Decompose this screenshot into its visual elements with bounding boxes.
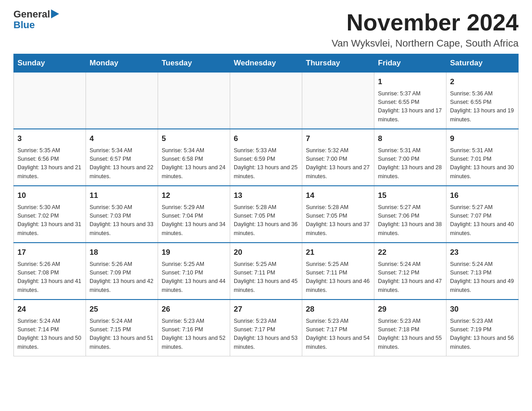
day-number: 14 — [306, 190, 370, 201]
header-tuesday: Tuesday — [158, 54, 230, 73]
day-cell: 27Sunrise: 5:23 AM Sunset: 7:17 PM Dayli… — [230, 300, 302, 356]
day-number: 11 — [90, 190, 154, 201]
day-cell — [158, 73, 230, 129]
day-number: 8 — [378, 133, 442, 145]
day-cell: 4Sunrise: 5:34 AM Sunset: 6:57 PM Daylig… — [86, 129, 158, 186]
week-row-3: 10Sunrise: 5:30 AM Sunset: 7:02 PM Dayli… — [14, 186, 519, 243]
day-info: Sunrise: 5:30 AM Sunset: 7:03 PM Dayligh… — [90, 203, 154, 238]
calendar: Sunday Monday Tuesday Wednesday Thursday… — [13, 54, 519, 356]
day-cell: 5Sunrise: 5:34 AM Sunset: 6:58 PM Daylig… — [158, 129, 230, 186]
day-info: Sunrise: 5:23 AM Sunset: 7:19 PM Dayligh… — [450, 317, 515, 352]
day-cell: 18Sunrise: 5:26 AM Sunset: 7:09 PM Dayli… — [86, 243, 158, 300]
day-info: Sunrise: 5:28 AM Sunset: 7:05 PM Dayligh… — [306, 203, 370, 238]
header: General Blue November 2024 Van Wyksvlei,… — [13, 9, 519, 49]
location-title: Van Wyksvlei, Northern Cape, South Afric… — [331, 38, 519, 49]
day-cell: 8Sunrise: 5:31 AM Sunset: 7:00 PM Daylig… — [374, 129, 446, 186]
day-number: 12 — [162, 190, 226, 201]
day-cell — [86, 73, 158, 129]
day-info: Sunrise: 5:23 AM Sunset: 7:17 PM Dayligh… — [306, 317, 370, 352]
day-number: 28 — [306, 304, 370, 315]
day-info: Sunrise: 5:33 AM Sunset: 6:59 PM Dayligh… — [234, 146, 298, 181]
day-info: Sunrise: 5:34 AM Sunset: 6:57 PM Dayligh… — [90, 146, 154, 181]
day-info: Sunrise: 5:24 AM Sunset: 7:12 PM Dayligh… — [378, 260, 442, 295]
day-number: 20 — [234, 247, 298, 258]
header-monday: Monday — [86, 54, 158, 73]
day-cell: 20Sunrise: 5:25 AM Sunset: 7:11 PM Dayli… — [230, 243, 302, 300]
day-cell: 22Sunrise: 5:24 AM Sunset: 7:12 PM Dayli… — [374, 243, 446, 300]
week-row-1: 1Sunrise: 5:37 AM Sunset: 6:55 PM Daylig… — [14, 73, 519, 129]
day-cell: 14Sunrise: 5:28 AM Sunset: 7:05 PM Dayli… — [302, 186, 374, 243]
day-cell: 23Sunrise: 5:24 AM Sunset: 7:13 PM Dayli… — [446, 243, 519, 300]
day-number: 24 — [17, 304, 82, 315]
day-info: Sunrise: 5:25 AM Sunset: 7:11 PM Dayligh… — [234, 260, 298, 295]
day-number: 17 — [17, 247, 82, 258]
day-info: Sunrise: 5:24 AM Sunset: 7:14 PM Dayligh… — [17, 317, 82, 352]
day-info: Sunrise: 5:24 AM Sunset: 7:15 PM Dayligh… — [90, 317, 154, 352]
day-cell — [230, 73, 302, 129]
day-number: 22 — [378, 247, 442, 258]
day-number: 5 — [162, 133, 226, 145]
day-cell: 30Sunrise: 5:23 AM Sunset: 7:19 PM Dayli… — [446, 300, 519, 356]
header-thursday: Thursday — [302, 54, 374, 73]
day-cell: 28Sunrise: 5:23 AM Sunset: 7:17 PM Dayli… — [302, 300, 374, 356]
day-cell: 11Sunrise: 5:30 AM Sunset: 7:03 PM Dayli… — [86, 186, 158, 243]
day-cell: 21Sunrise: 5:25 AM Sunset: 7:11 PM Dayli… — [302, 243, 374, 300]
day-info: Sunrise: 5:29 AM Sunset: 7:04 PM Dayligh… — [162, 203, 226, 238]
logo: General Blue — [13, 9, 59, 30]
day-cell: 13Sunrise: 5:28 AM Sunset: 7:05 PM Dayli… — [230, 186, 302, 243]
day-number: 18 — [90, 247, 154, 258]
day-cell: 9Sunrise: 5:31 AM Sunset: 7:01 PM Daylig… — [446, 129, 519, 186]
week-row-2: 3Sunrise: 5:35 AM Sunset: 6:56 PM Daylig… — [14, 129, 519, 186]
title-area: November 2024 Van Wyksvlei, Northern Cap… — [331, 9, 519, 49]
day-info: Sunrise: 5:35 AM Sunset: 6:56 PM Dayligh… — [17, 146, 82, 181]
logo-general-text: General — [13, 9, 50, 20]
day-info: Sunrise: 5:25 AM Sunset: 7:10 PM Dayligh… — [162, 260, 226, 295]
day-info: Sunrise: 5:32 AM Sunset: 7:00 PM Dayligh… — [306, 146, 370, 181]
header-wednesday: Wednesday — [230, 54, 302, 73]
day-number: 30 — [450, 304, 515, 315]
day-info: Sunrise: 5:31 AM Sunset: 7:01 PM Dayligh… — [450, 146, 515, 181]
day-info: Sunrise: 5:27 AM Sunset: 7:06 PM Dayligh… — [378, 203, 442, 238]
day-cell: 25Sunrise: 5:24 AM Sunset: 7:15 PM Dayli… — [86, 300, 158, 356]
day-info: Sunrise: 5:36 AM Sunset: 6:55 PM Dayligh… — [450, 90, 515, 124]
day-cell: 6Sunrise: 5:33 AM Sunset: 6:59 PM Daylig… — [230, 129, 302, 186]
day-info: Sunrise: 5:23 AM Sunset: 7:18 PM Dayligh… — [378, 317, 442, 352]
day-cell: 10Sunrise: 5:30 AM Sunset: 7:02 PM Dayli… — [14, 186, 86, 243]
week-row-4: 17Sunrise: 5:26 AM Sunset: 7:08 PM Dayli… — [14, 243, 519, 300]
day-number: 27 — [234, 304, 298, 315]
header-saturday: Saturday — [446, 54, 519, 73]
day-number: 7 — [306, 133, 370, 145]
day-cell: 29Sunrise: 5:23 AM Sunset: 7:18 PM Dayli… — [374, 300, 446, 356]
week-row-5: 24Sunrise: 5:24 AM Sunset: 7:14 PM Dayli… — [14, 300, 519, 356]
day-number: 4 — [90, 133, 154, 145]
day-cell: 7Sunrise: 5:32 AM Sunset: 7:00 PM Daylig… — [302, 129, 374, 186]
day-cell — [302, 73, 374, 129]
day-number: 16 — [450, 190, 515, 201]
day-cell: 19Sunrise: 5:25 AM Sunset: 7:10 PM Dayli… — [158, 243, 230, 300]
logo-blue-text: Blue — [13, 20, 59, 30]
day-info: Sunrise: 5:30 AM Sunset: 7:02 PM Dayligh… — [17, 203, 82, 238]
day-cell — [14, 73, 86, 129]
day-number: 29 — [378, 304, 442, 315]
day-number: 10 — [17, 190, 82, 201]
day-number: 6 — [234, 133, 298, 145]
day-info: Sunrise: 5:23 AM Sunset: 7:16 PM Dayligh… — [162, 317, 226, 352]
day-cell: 12Sunrise: 5:29 AM Sunset: 7:04 PM Dayli… — [158, 186, 230, 243]
day-info: Sunrise: 5:25 AM Sunset: 7:11 PM Dayligh… — [306, 260, 370, 295]
day-info: Sunrise: 5:37 AM Sunset: 6:55 PM Dayligh… — [378, 90, 442, 124]
header-sunday: Sunday — [14, 54, 86, 73]
day-info: Sunrise: 5:26 AM Sunset: 7:08 PM Dayligh… — [17, 260, 82, 295]
day-cell: 15Sunrise: 5:27 AM Sunset: 7:06 PM Dayli… — [374, 186, 446, 243]
day-cell: 2Sunrise: 5:36 AM Sunset: 6:55 PM Daylig… — [446, 73, 519, 129]
day-number: 19 — [162, 247, 226, 258]
day-info: Sunrise: 5:26 AM Sunset: 7:09 PM Dayligh… — [90, 260, 154, 295]
day-info: Sunrise: 5:27 AM Sunset: 7:07 PM Dayligh… — [450, 203, 515, 238]
day-number: 3 — [17, 133, 82, 145]
day-number: 13 — [234, 190, 298, 201]
day-number: 9 — [450, 133, 515, 145]
day-cell: 3Sunrise: 5:35 AM Sunset: 6:56 PM Daylig… — [14, 129, 86, 186]
day-cell: 26Sunrise: 5:23 AM Sunset: 7:16 PM Dayli… — [158, 300, 230, 356]
day-info: Sunrise: 5:28 AM Sunset: 7:05 PM Dayligh… — [234, 203, 298, 238]
day-number: 23 — [450, 247, 515, 258]
day-number: 1 — [378, 76, 442, 88]
